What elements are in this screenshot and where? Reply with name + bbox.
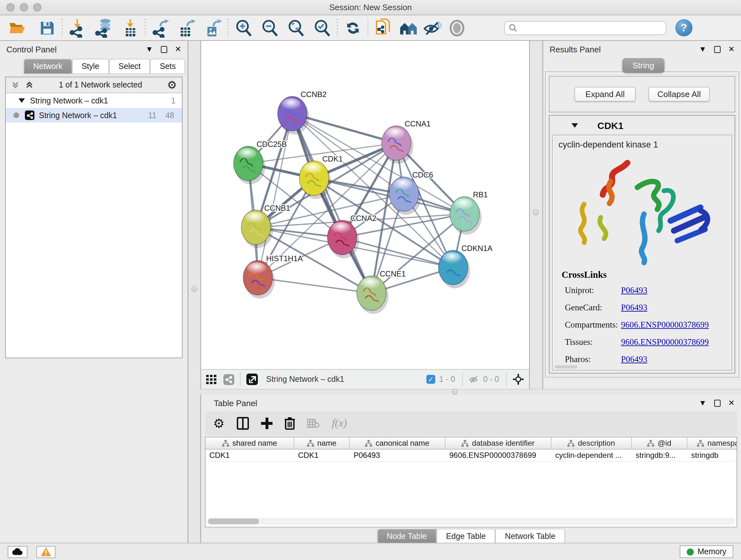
tab-string[interactable]: String: [622, 58, 664, 73]
network-graph[interactable]: CCNB2CCNA1CDC25BCDK1CDC6RB1CCNB1CCNA2CDK…: [201, 41, 529, 368]
show-graphics-details-button[interactable]: [446, 17, 467, 38]
float-panel-icon[interactable]: [161, 46, 167, 53]
export-image-button[interactable]: [202, 17, 223, 38]
table-settings-gear-icon[interactable]: ⚙: [213, 417, 225, 430]
crosslink-link[interactable]: P06493: [621, 285, 648, 295]
vertical-splitter-right[interactable]: [530, 41, 542, 389]
splitter-handle[interactable]: [533, 209, 539, 215]
export-network-button[interactable]: [150, 17, 171, 38]
close-panel-icon[interactable]: ✕: [728, 399, 735, 407]
crosslink-link[interactable]: 9606.ENSP00000378699: [621, 337, 709, 347]
table-cell[interactable]: cyclin-dependent ...: [551, 449, 632, 461]
network-canvas[interactable]: CCNB2CCNA1CDC25BCDK1CDC6RB1CCNB1CCNA2CDK…: [200, 41, 530, 389]
tab-style[interactable]: Style: [72, 59, 109, 73]
search-input[interactable]: [520, 23, 662, 33]
cloud-status-button[interactable]: [8, 546, 27, 558]
expand-all-icon[interactable]: [25, 80, 34, 89]
vertical-splitter-left[interactable]: [189, 41, 200, 543]
network-node-ccna1[interactable]: CCNA1: [382, 119, 430, 164]
collapse-all-button[interactable]: Collapse All: [649, 87, 710, 102]
import-network-from-database-button[interactable]: [93, 17, 114, 38]
network-node-cdkn1a[interactable]: CDKN1A: [439, 244, 492, 288]
memory-button[interactable]: Memory: [680, 545, 733, 558]
tree-expander-icon[interactable]: [18, 98, 25, 104]
node-table[interactable]: shared namenamecanonical namedatabase id…: [205, 437, 737, 527]
network-node-hist1h1a[interactable]: HIST1H1A: [243, 254, 303, 299]
network-collection-row[interactable]: String Network – cdk1 1: [6, 93, 182, 108]
table-cell[interactable]: P06493: [350, 449, 446, 461]
tab-sets[interactable]: Sets: [150, 59, 185, 73]
crosslink-link[interactable]: P06493: [621, 302, 648, 313]
pan-crosshair-icon[interactable]: [513, 374, 524, 385]
table-row[interactable]: CDK1CDK1P064939606.ENSP00000378699cyclin…: [205, 449, 737, 462]
network-node-ccnb2[interactable]: CCNB2: [278, 90, 327, 134]
gene-section-header[interactable]: CDK1: [549, 116, 735, 135]
network-row[interactable]: String Network – cdk1 11 48: [6, 108, 182, 123]
splitter-handle[interactable]: [452, 389, 458, 395]
expand-all-button[interactable]: Expand All: [575, 87, 636, 102]
column-header-shared-name[interactable]: shared name: [205, 437, 294, 449]
help-button[interactable]: ?: [675, 19, 692, 37]
network-node-rb1[interactable]: RB1: [450, 190, 488, 235]
float-panel-icon[interactable]: [714, 46, 721, 53]
close-panel-icon[interactable]: ✕: [728, 45, 735, 53]
zoom-fit-button[interactable]: [285, 17, 307, 38]
show-columns-icon[interactable]: [237, 417, 249, 430]
tab-network[interactable]: Network: [23, 59, 72, 73]
zoom-selected-button[interactable]: [312, 17, 333, 38]
column-header-description[interactable]: description: [551, 437, 632, 449]
table-cell[interactable]: stringdb:9...: [632, 449, 687, 461]
column-header--id[interactable]: @id: [632, 437, 687, 449]
network-edge[interactable]: [258, 278, 372, 293]
detach-view-icon[interactable]: [246, 374, 258, 385]
tab-select[interactable]: Select: [109, 59, 150, 73]
crosslink-link[interactable]: P06493: [621, 354, 648, 364]
float-panel-icon[interactable]: [714, 399, 721, 407]
table-hscrollbar-thumb[interactable]: [208, 518, 259, 524]
import-table-button[interactable]: [119, 17, 140, 38]
network-view-icon[interactable]: [223, 374, 234, 385]
table-cell[interactable]: stringdb: [687, 449, 737, 461]
gear-icon[interactable]: ⚙: [167, 79, 177, 90]
table-cell[interactable]: CDK1: [205, 449, 294, 461]
clone-network-button[interactable]: [373, 17, 394, 38]
control-panel-title: Control Panel: [6, 44, 57, 54]
close-panel-icon[interactable]: ✕: [175, 45, 181, 53]
save-session-button[interactable]: [37, 17, 57, 38]
tab-edge-table[interactable]: Edge Table: [436, 529, 495, 543]
warnings-button[interactable]: [37, 546, 56, 558]
import-network-button[interactable]: [67, 17, 88, 38]
results-scrollbar-thumb[interactable]: [555, 365, 578, 368]
first-neighbors-button[interactable]: [398, 17, 419, 38]
delete-column-icon[interactable]: [285, 417, 295, 430]
hide-selected-button[interactable]: [421, 17, 442, 38]
table-cell[interactable]: CDK1: [294, 449, 350, 461]
selected-indicator-checkbox[interactable]: ✓: [426, 375, 435, 384]
grid-view-icon[interactable]: [206, 374, 218, 384]
panel-menu-icon[interactable]: ▼: [145, 45, 153, 53]
tab-network-table[interactable]: Network Table: [495, 529, 565, 543]
network-edge[interactable]: [258, 114, 292, 278]
column-header-canonical-name[interactable]: canonical name: [350, 437, 446, 449]
table-hscrollbar[interactable]: [207, 518, 735, 525]
add-column-icon[interactable]: [261, 418, 273, 429]
collapse-all-icon[interactable]: [11, 80, 20, 89]
panel-menu-icon[interactable]: ▼: [699, 399, 706, 407]
splitter-handle[interactable]: [192, 286, 197, 292]
tab-node-table[interactable]: Node Table: [377, 529, 436, 543]
column-header-database-identifier[interactable]: database identifier: [446, 437, 551, 449]
zoom-out-button[interactable]: [259, 17, 280, 38]
column-header-namespace[interactable]: namespace: [687, 437, 737, 449]
zoom-in-button[interactable]: [233, 17, 254, 38]
network-edge[interactable]: [292, 114, 372, 293]
table-cell[interactable]: 9606.ENSP00000378699: [446, 449, 551, 461]
refresh-button[interactable]: [342, 17, 363, 38]
column-header-name[interactable]: name: [294, 437, 350, 449]
horizontal-splitter[interactable]: [200, 389, 741, 395]
search-field[interactable]: [504, 21, 666, 35]
export-table-button[interactable]: [176, 17, 197, 38]
section-expander-icon[interactable]: [571, 122, 578, 128]
crosslink-link[interactable]: 9606.ENSP00000378699: [621, 320, 709, 330]
panel-menu-icon[interactable]: ▼: [699, 45, 706, 53]
open-session-button[interactable]: [6, 17, 27, 38]
